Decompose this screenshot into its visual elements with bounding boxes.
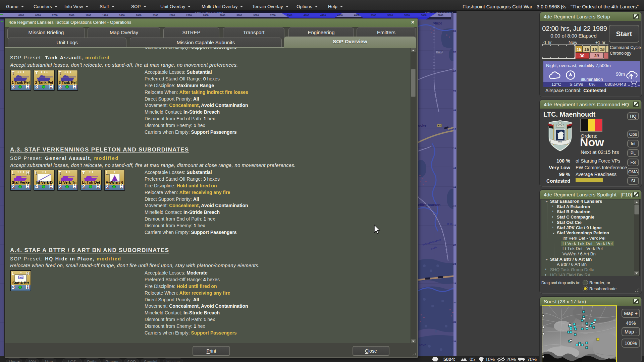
svg-text:2300: 2300 <box>169 14 175 17</box>
svg-text:-12: -12 <box>452 128 456 131</box>
svg-text:4400: 4400 <box>320 14 326 17</box>
svg-text:3200: 3200 <box>236 14 242 17</box>
svg-text:Stirpe: Stirpe <box>433 21 442 25</box>
svg-text:-28: -28 <box>452 282 456 285</box>
svg-text:SOEST. 51°34'00"N 08°07'00"E: SOEST. 51°34'00"N 08°07'00"E <box>425 11 453 13</box>
svg-text:-18: -18 <box>452 185 456 188</box>
svg-text:ellinghausen: ellinghausen <box>418 203 441 207</box>
svg-text:30: 30 <box>580 53 584 58</box>
svg-text:2800: 2800 <box>203 14 209 17</box>
svg-text:3000: 3000 <box>220 14 225 17</box>
svg-text:L732: L732 <box>437 51 442 53</box>
svg-text:1600: 1600 <box>119 14 125 17</box>
svg-text:1400: 1400 <box>102 14 108 17</box>
svg-text:4200: 4200 <box>304 14 309 17</box>
svg-text:-04: -04 <box>452 50 457 53</box>
svg-text:0700: 0700 <box>52 14 58 17</box>
svg-text:-32: -32 <box>452 320 456 323</box>
svg-text:-06: -06 <box>452 70 456 73</box>
svg-text:4800: 4800 <box>354 14 360 17</box>
svg-text:0200: 0200 <box>18 14 24 17</box>
svg-text:-08: -08 <box>452 89 456 92</box>
svg-text:3500: 3500 <box>253 14 259 17</box>
svg-text:B1: B1 <box>438 124 441 127</box>
svg-text:1800: 1800 <box>136 14 142 17</box>
svg-text:-34: -34 <box>452 340 457 343</box>
svg-text:-02: -02 <box>452 29 456 33</box>
svg-text:6000: 6000 <box>438 14 443 17</box>
svg-text:-22: -22 <box>452 224 456 227</box>
svg-text:3700: 3700 <box>270 14 276 17</box>
svg-text:5500: 5500 <box>404 14 410 17</box>
svg-text:-20: -20 <box>452 205 456 208</box>
svg-text:30: 30 <box>594 53 599 58</box>
svg-text:0500: 0500 <box>35 14 41 17</box>
svg-text:4600: 4600 <box>337 14 343 17</box>
svg-text:leve: leve <box>419 343 426 347</box>
svg-text:-14: -14 <box>452 147 457 150</box>
svg-text:15: 15 <box>584 47 589 52</box>
svg-text:15: 15 <box>577 47 581 52</box>
svg-text:-24: -24 <box>452 243 457 246</box>
svg-text:-10: -10 <box>452 108 456 111</box>
svg-text:M 18: M 18 <box>447 223 452 226</box>
svg-text:-26: -26 <box>452 262 456 265</box>
svg-text:1200: 1200 <box>86 14 91 17</box>
svg-text:0900: 0900 <box>69 14 74 17</box>
svg-text:ocke: ocke <box>418 123 426 127</box>
svg-text:-16: -16 <box>452 166 456 169</box>
svg-text:5800: 5800 <box>421 14 427 17</box>
svg-text:5300: 5300 <box>387 14 393 17</box>
svg-text:15: 15 <box>592 47 597 52</box>
svg-text:PAS: PAS <box>558 141 562 143</box>
svg-text:15: 15 <box>600 47 605 52</box>
svg-text:HQ: HQ <box>19 276 23 279</box>
svg-text:3900: 3900 <box>287 14 292 17</box>
svg-text:5100: 5100 <box>371 14 376 17</box>
svg-text:2100: 2100 <box>153 14 158 17</box>
svg-text:2500: 2500 <box>186 14 192 17</box>
svg-text:-30: -30 <box>452 301 456 304</box>
svg-text:SOEST. 51°34'00"N 08°07'00"E: SOEST. 51°34'00"N 08°07'00"E <box>195 11 223 13</box>
